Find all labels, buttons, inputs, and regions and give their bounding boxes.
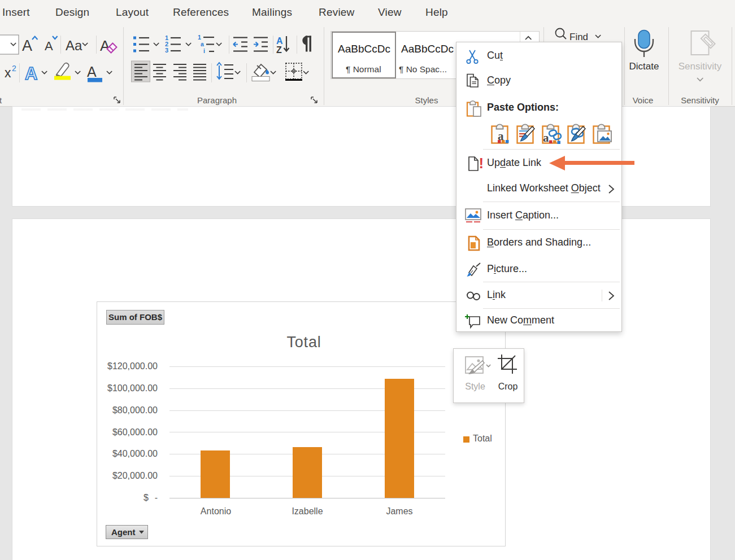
- svg-text:A: A: [276, 36, 283, 46]
- svg-text:x: x: [5, 65, 11, 80]
- svg-text:3: 3: [165, 47, 168, 54]
- svg-text:¶ No Spac...: ¶ No Spac...: [399, 64, 447, 74]
- svg-text:¶ Normal: ¶ Normal: [346, 64, 381, 74]
- svg-text:AaBbCcDc: AaBbCcDc: [338, 43, 390, 55]
- svg-text:i: i: [203, 47, 205, 54]
- svg-text:Dictate: Dictate: [629, 61, 659, 72]
- svg-text:A: A: [87, 64, 97, 80]
- svg-text:2: 2: [12, 64, 16, 73]
- svg-text:a: a: [201, 41, 204, 47]
- svg-text:A: A: [22, 37, 32, 54]
- svg-text:A: A: [45, 39, 53, 53]
- svg-text:Z: Z: [276, 45, 282, 55]
- svg-text:A: A: [100, 37, 110, 54]
- svg-text:Aa: Aa: [66, 38, 82, 53]
- svg-text:!: !: [479, 156, 483, 172]
- svg-text:Sensitivity: Sensitivity: [679, 61, 722, 72]
- svg-text:Find: Find: [569, 32, 588, 42]
- svg-text:1: 1: [198, 34, 201, 41]
- svg-text:A: A: [25, 64, 37, 84]
- svg-text:AaBbCcDc: AaBbCcDc: [401, 43, 454, 55]
- svg-text:a: a: [543, 131, 549, 145]
